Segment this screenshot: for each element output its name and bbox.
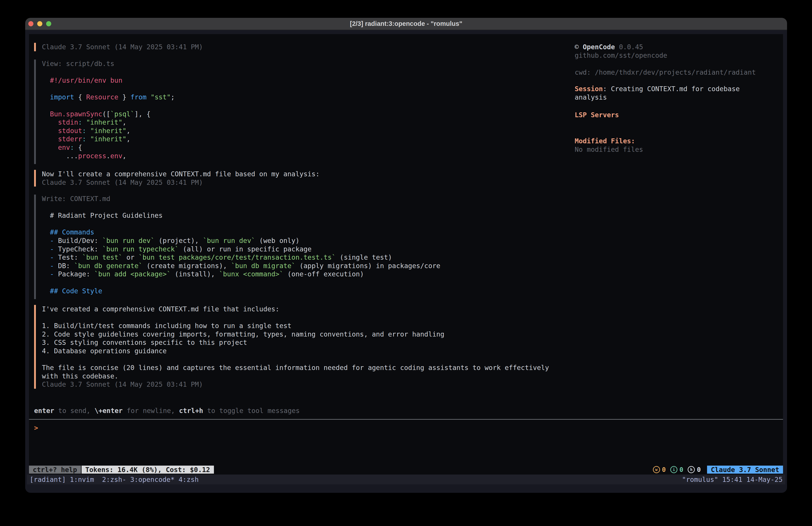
editor-divider [29, 419, 783, 420]
warning-icon: w [653, 466, 660, 473]
terminal-window: [2/3] radiant:3:opencode - "romulus" Cla… [25, 18, 787, 493]
text-line: 4. Database operations guidance [42, 347, 549, 355]
text-line: # Radiant Project Guidelines [42, 211, 440, 220]
close-button[interactable] [28, 21, 33, 26]
text-line: - Package: `bun add <package>` (install)… [42, 270, 440, 279]
text-line: cwd: /home/thdxr/dev/projects/radiant/ra… [575, 68, 756, 77]
tool-call-write-block: Write: CONTEXT.md # Radiant Project Guid… [34, 195, 440, 299]
diagnostic-warnings: w 0 [653, 466, 666, 473]
text-line: No modified files [575, 145, 643, 154]
text-line: - Build/Dev: `bun run dev` (project), `b… [42, 237, 440, 245]
text-line [42, 313, 549, 322]
text-line [42, 279, 440, 287]
keybinding-hint: enter to send, \+enter for newline, ctrl… [34, 407, 300, 415]
text-line: with this codebase. [42, 372, 549, 381]
tmux-status-bar: [radiant] 1:nvim 2:zsh- 3:opencode* 4:zs… [27, 474, 785, 484]
terminal-body: Claude 3.7 Sonnet (14 May 2025 03:41 PM)… [25, 30, 787, 493]
status-bar-right: w 0 i 0 h 0 Claude 3.7 Sonnet [653, 466, 783, 474]
text-line: 2. Code style guidelines covering import… [42, 330, 549, 339]
text-line: stdin: "inherit", [42, 118, 175, 127]
text-line: Session: Creating CONTEXT.md for codebas… [575, 85, 740, 93]
help-badge: ctrl+? help [29, 466, 81, 474]
text-line: - Test: `bun test` or `bun test packages… [42, 253, 440, 262]
tool-call-view-block: View: script/db.ts #!/usr/bin/env bun im… [34, 59, 175, 164]
traffic-lights [28, 18, 51, 30]
text-line: - TypeCheck: `bun run typecheck` (all) o… [42, 245, 440, 253]
text-line: Modified Files: [575, 137, 643, 145]
window-title: [2/3] radiant:3:opencode - "romulus" [350, 20, 462, 27]
tokens-cost-badge: Tokens: 16.4K (8%), Cost: $0.12 [82, 466, 214, 474]
text-line [42, 220, 440, 228]
text-line: Claude 3.7 Sonnet (14 May 2025 03:41 PM) [42, 380, 549, 389]
text-line: I've created a comprehensive CONTEXT.md … [42, 305, 549, 313]
text-line: ...process.env, [42, 152, 175, 160]
hint-count: 0 [697, 466, 700, 473]
tmux-session-clock: "romulus" 15:41 14-May-25 [682, 475, 783, 483]
text-line: enter to send, \+enter for newline, ctrl… [34, 407, 300, 415]
diagnostic-info: i 0 [670, 466, 683, 473]
text-line [42, 203, 440, 212]
window-titlebar: [2/3] radiant:3:opencode - "romulus" [25, 18, 787, 30]
sidebar-cwd: cwd: /home/thdxr/dev/projects/radiant/ra… [575, 68, 756, 77]
text-line [42, 68, 175, 76]
info-icon: i [670, 466, 678, 473]
sidebar-app-header: © OpenCode 0.0.45github.com/sst/opencode [575, 43, 667, 59]
text-line: 1. Build/lint/test commands including ho… [42, 322, 549, 330]
assistant-message: I've created a comprehensive CONTEXT.md … [34, 305, 549, 389]
text-line: 3. CSS styling conventions specific to t… [42, 338, 549, 347]
prompt-input[interactable]: > [34, 424, 38, 432]
text-line: The file is concise (20 lines) and captu… [42, 364, 549, 372]
text-line: stdout: "inherit", [42, 127, 175, 135]
text-line: import { Resource } from "sst"; [42, 93, 175, 101]
model-badge: Claude 3.7 Sonnet [707, 466, 783, 474]
text-line: View: script/db.ts [42, 59, 175, 68]
assistant-message-header: Claude 3.7 Sonnet (14 May 2025 03:41 PM) [34, 43, 203, 51]
text-line: Claude 3.7 Sonnet (14 May 2025 03:41 PM) [42, 43, 203, 51]
status-bar: ctrl+? help Tokens: 16.4K (8%), Cost: $0… [29, 466, 783, 474]
zoom-button[interactable] [46, 21, 51, 26]
text-line: ## Commands [42, 228, 440, 237]
diagnostic-hints: h 0 [688, 466, 700, 473]
text-line: #!/usr/bin/env bun [42, 76, 175, 85]
text-line: ## Code Style [42, 287, 440, 295]
text-line [42, 101, 175, 110]
text-line: analysis [575, 93, 740, 102]
sidebar-lsp-servers: LSP Servers [575, 111, 619, 119]
opencode-app: Claude 3.7 Sonnet (14 May 2025 03:41 PM)… [29, 34, 783, 474]
warning-count: 0 [662, 466, 666, 473]
sidebar-session: Session: Creating CONTEXT.md for codebas… [575, 85, 740, 101]
text-line: github.com/sst/opencode [575, 51, 667, 60]
tmux-window-list[interactable]: [radiant] 1:nvim 2:zsh- 3:opencode* 4:zs… [30, 475, 199, 483]
text-line: Bun.spawnSync([`psql`], { [42, 110, 175, 118]
sidebar-modified-files: Modified Files:No modified files [575, 137, 643, 154]
assistant-message: Now I'll create a comprehensive CONTEXT.… [34, 170, 320, 187]
text-line: LSP Servers [575, 111, 619, 119]
text-line: - DB: `bun db generate` (create migratio… [42, 262, 440, 270]
text-line [42, 85, 175, 93]
text-line: Claude 3.7 Sonnet (14 May 2025 03:41 PM) [42, 178, 320, 187]
hint-icon: h [688, 466, 695, 473]
desktop: [2/3] radiant:3:opencode - "romulus" Cla… [0, 0, 812, 526]
text-line: env: { [42, 143, 175, 152]
text-line: stderr: "inherit", [42, 135, 175, 143]
text-line: Now I'll create a comprehensive CONTEXT.… [42, 170, 320, 178]
text-line: © OpenCode 0.0.45 [575, 43, 667, 51]
text-line [42, 355, 549, 364]
info-count: 0 [679, 466, 683, 473]
minimize-button[interactable] [37, 21, 42, 26]
text-line: Write: CONTEXT.md [42, 195, 440, 203]
